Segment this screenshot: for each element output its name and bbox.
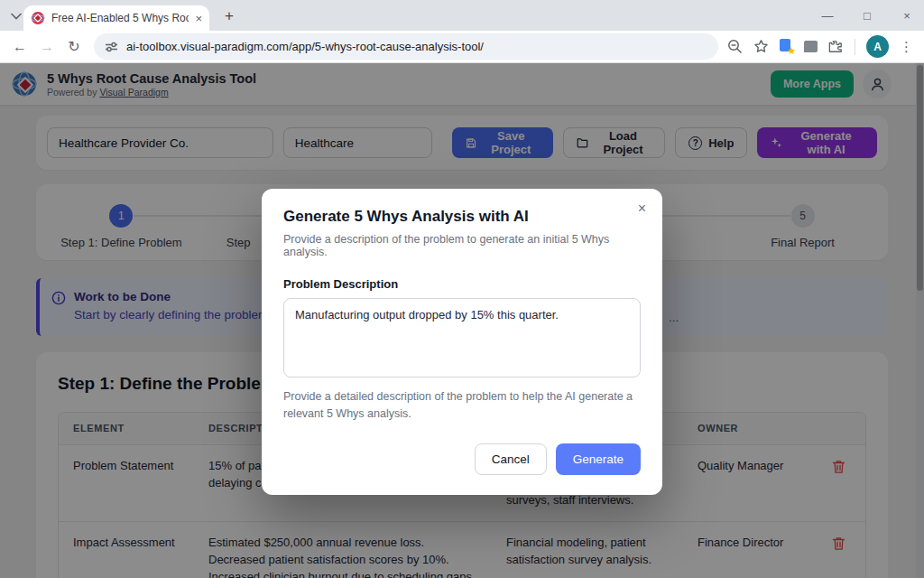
- zoom-out-icon[interactable]: [727, 39, 743, 54]
- browser-navbar: ← → ↻ ai-toolbox.visual-paradigm.com/app…: [0, 31, 924, 63]
- generate-ai-dialog: × Generate 5 Whys Analysis with AI Provi…: [262, 189, 662, 495]
- address-bar[interactable]: ai-toolbox.visual-paradigm.com/app/5-why…: [94, 33, 718, 60]
- site-settings-icon[interactable]: [105, 41, 118, 53]
- window-close-button[interactable]: ×: [901, 9, 913, 23]
- tab-favicon-icon: [31, 11, 45, 25]
- dialog-subtitle: Provide a description of the problem to …: [283, 233, 641, 258]
- new-tab-button[interactable]: +: [220, 7, 238, 25]
- tab-title: Free AI-Enabled 5 Whys Root C: [51, 12, 189, 24]
- reload-button[interactable]: ↻: [63, 36, 85, 58]
- toolbar-divider: [855, 39, 855, 55]
- url-text[interactable]: ai-toolbox.visual-paradigm.com/app/5-why…: [126, 40, 484, 53]
- generate-button[interactable]: Generate: [556, 443, 641, 475]
- cancel-button[interactable]: Cancel: [475, 443, 547, 475]
- dialog-title: Generate 5 Whys Analysis with AI: [283, 208, 641, 226]
- window-minimize-button[interactable]: —: [821, 9, 834, 23]
- bookmark-star-icon[interactable]: [753, 39, 769, 54]
- window-maximize-button[interactable]: □: [861, 9, 873, 23]
- problem-description-textarea[interactable]: Manufacturing output dropped by 15% this…: [283, 298, 641, 378]
- chat-extension-icon[interactable]: [804, 41, 818, 52]
- forward-button: →: [36, 36, 58, 58]
- tab-close-icon[interactable]: ×: [195, 13, 202, 24]
- tab-strip: Free AI-Enabled 5 Whys Root C × + — □ ×: [0, 0, 924, 31]
- problem-description-label: Problem Description: [283, 277, 641, 291]
- extension-shortcut-icon[interactable]: ★: [780, 39, 793, 54]
- dialog-close-icon[interactable]: ×: [638, 200, 646, 217]
- browser-menu-icon[interactable]: ⋮: [900, 39, 913, 55]
- back-button[interactable]: ←: [9, 36, 31, 58]
- extensions-puzzle-icon[interactable]: [828, 39, 844, 54]
- tab-search-icon[interactable]: [7, 7, 25, 25]
- field-helper-text: Provide a detailed description of the pr…: [283, 388, 651, 424]
- profile-avatar[interactable]: A: [866, 35, 889, 58]
- browser-tab[interactable]: Free AI-Enabled 5 Whys Root C ×: [23, 5, 209, 31]
